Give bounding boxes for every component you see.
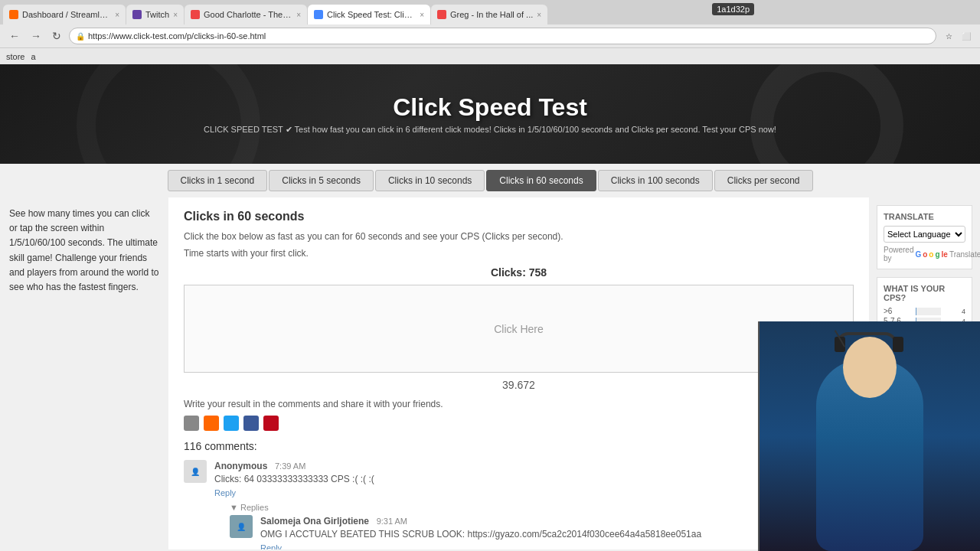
tab-label-dashboard: Dashboard / Streamlabs (22, 10, 111, 19)
reply-avatar-1-1: 👤 (230, 515, 253, 538)
comment-avatar-1: 👤 (184, 460, 207, 483)
cps-chart-title: WHAT IS YOUR CPS? (884, 284, 965, 302)
tab-label-gc: Good Charlotte - The An... (204, 10, 292, 19)
comment-author-1: Anonymous (214, 461, 267, 471)
back-button[interactable]: ← (6, 28, 23, 44)
share-twitter-icon[interactable] (224, 416, 239, 431)
comment-reply-1[interactable]: Reply (214, 488, 236, 497)
language-select[interactable]: Select Language English Spanish French G… (884, 226, 965, 243)
clicks-count: Clicks: 758 (184, 266, 854, 279)
tab-60sec[interactable]: Clicks in 60 seconds (486, 170, 596, 191)
address-bar[interactable]: 🔒 https://www.click-test.com/p/clicks-in… (69, 28, 936, 44)
reply-author-1-1: Salomeja Ona Girljotiene (260, 516, 369, 527)
share-pinterest-icon[interactable] (263, 416, 279, 431)
page-title: Clicks in 60 seconds (184, 210, 854, 223)
tab-goodcharlotte[interactable]: Good Charlotte - The An... × (185, 5, 307, 24)
tab-favicon-greg (437, 10, 446, 19)
forward-button[interactable]: → (28, 28, 44, 44)
browser-chrome: Dashboard / Streamlabs × Twitch × Good C… (0, 0, 980, 47)
comment-1: 👤 Anonymous 7:39 AM Clicks: 64 033333333… (184, 460, 854, 549)
toolbar-icons: ☆ ⬜ (941, 28, 974, 44)
click-box[interactable]: Click Here (184, 285, 854, 373)
google-logo-o: o (923, 250, 927, 259)
google-logo: G (915, 250, 921, 259)
share-icons (184, 416, 854, 431)
translate-box: TRANSLATE Select Language English Spanis… (877, 205, 972, 269)
reply-time-1-1: 9:31 AM (377, 517, 407, 526)
powered-by-text: Powered by (884, 246, 913, 262)
google-logo-o2: o (929, 250, 933, 259)
share-facebook-icon[interactable] (243, 416, 259, 431)
webcam-overlay (758, 321, 980, 551)
browser-tabs: Dashboard / Streamlabs × Twitch × Good C… (0, 0, 980, 24)
cps-bar-container (916, 308, 941, 315)
cps-row: >6 4 (884, 307, 965, 315)
description-line1: Click the box below as fast as you can f… (184, 230, 854, 243)
tab-cps[interactable]: Clicks per second (714, 170, 813, 191)
nav-tabs: Clicks in 1 second Clicks in 5 seconds C… (0, 164, 980, 197)
page-content: Click Speed Test CLICK SPEED TEST ✔ Test… (0, 64, 980, 551)
sidebar: See how many times you can click or tap … (0, 197, 168, 549)
tab-5sec[interactable]: Clicks in 5 seconds (269, 170, 374, 191)
tab-label-click: Click Speed Test: Clicks ... (327, 10, 416, 19)
bookmark-a[interactable]: a (31, 52, 35, 61)
tab-close-click[interactable]: × (420, 11, 424, 19)
translate-label: Translate (949, 250, 980, 259)
reply-reply-1-1[interactable]: Reply (260, 543, 282, 549)
google-translate-attribution: Powered by G o o g le Translate (884, 246, 965, 262)
bookmark-store[interactable]: store (6, 52, 24, 61)
url-text: https://www.click-test.com/p/clicks-in-6… (88, 31, 929, 41)
comments-header: 116 comments: (184, 440, 854, 452)
tab-100sec[interactable]: Clicks in 100 seconds (598, 170, 713, 191)
tab-favicon-click (314, 10, 323, 19)
google-logo-g: g (935, 250, 939, 259)
sidebar-text: See how many times you can click or tap … (9, 207, 159, 295)
tab-close-dashboard[interactable]: × (115, 11, 119, 19)
site-subtitle: CLICK SPEED TEST ✔ Test how fast you can… (204, 125, 776, 135)
cps-row-label: >6 (884, 307, 913, 315)
webcam-person (760, 321, 980, 551)
stream-overlay: 1a1d32p (712, 3, 754, 15)
site-title: Click Speed Test (393, 93, 587, 122)
translate-title: TRANSLATE (884, 212, 965, 221)
tab-greg[interactable]: Greg - In the Hall of ... × (431, 5, 547, 24)
google-logo-le: le (942, 250, 948, 259)
description-line2: Time starts with your first click. (184, 246, 854, 260)
tab-dashboard[interactable]: Dashboard / Streamlabs × (3, 5, 126, 24)
click-box-text: Click Here (494, 323, 544, 335)
share-blog-icon[interactable] (204, 416, 219, 431)
share-email-icon[interactable] (184, 416, 199, 431)
secure-icon: 🔒 (76, 32, 85, 41)
tab-close-twitch[interactable]: × (173, 11, 178, 19)
tab-label-greg: Greg - In the Hall of ... (450, 10, 533, 19)
cps-row-value: 4 (944, 308, 965, 315)
hero-bg-circle1 (750, 64, 903, 164)
tab-clicktest[interactable]: Click Speed Test: Clicks ... × (308, 5, 430, 24)
comment-time-1: 7:39 AM (275, 461, 305, 471)
cps-display: 39.672 (184, 379, 854, 391)
tab-close-greg[interactable]: × (537, 11, 541, 19)
tab-favicon-dashboard (9, 10, 18, 19)
share-text: Write your result in the comments and sh… (184, 397, 854, 411)
extension-icon[interactable]: ⬜ (959, 28, 974, 44)
tab-10sec[interactable]: Clicks in 10 seconds (375, 170, 485, 191)
tab-favicon-twitch (132, 10, 142, 19)
tab-close-gc[interactable]: × (296, 11, 301, 19)
hero-section: Click Speed Test CLICK SPEED TEST ✔ Test… (0, 64, 980, 164)
reload-button[interactable]: ↻ (49, 28, 64, 44)
bookmark-icon[interactable]: ☆ (941, 28, 956, 44)
tab-twitch[interactable]: Twitch × (126, 5, 184, 24)
bookmarks-bar: store a (0, 47, 980, 64)
tab-1sec[interactable]: Clicks in 1 second (168, 170, 268, 191)
tab-label-twitch: Twitch (145, 10, 169, 19)
hero-bg-circle2 (77, 64, 260, 164)
browser-toolbar: ← → ↻ 🔒 https://www.click-test.com/p/cli… (0, 24, 980, 47)
tab-favicon-gc (191, 10, 200, 19)
